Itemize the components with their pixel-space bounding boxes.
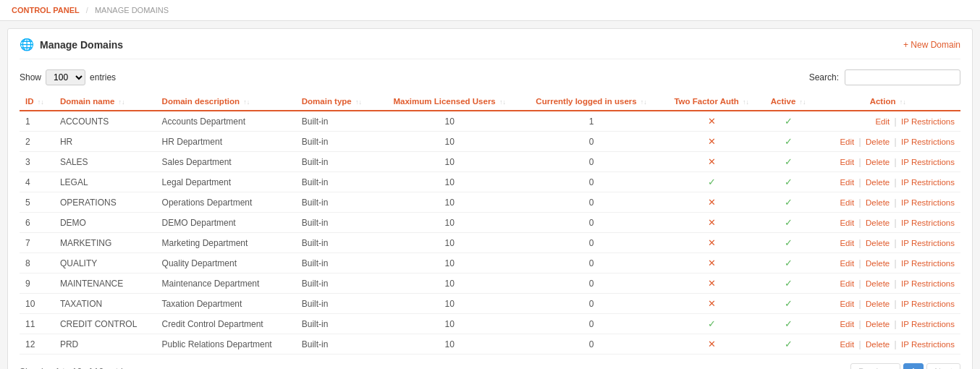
active-check-icon: ✓ <box>785 298 793 309</box>
delete-link[interactable]: Delete <box>866 219 890 227</box>
delete-link[interactable]: Delete <box>866 178 890 187</box>
ip-restrictions-link[interactable]: IP Restrictions <box>901 340 955 349</box>
delete-link[interactable]: Delete <box>866 320 890 328</box>
prev-page-button[interactable]: Previous <box>850 363 900 369</box>
delete-link[interactable]: Delete <box>866 158 890 166</box>
ip-restrictions-link[interactable]: IP Restrictions <box>901 239 955 247</box>
cell-active: ✓ <box>761 294 815 314</box>
cell-id: 2 <box>20 132 54 152</box>
delete-link[interactable]: Delete <box>866 239 890 247</box>
ip-restrictions-link[interactable]: IP Restrictions <box>901 259 955 268</box>
table-body: 1 ACCOUNTS Accounts Department Built-in … <box>20 111 960 355</box>
cell-domain-type: Built-in <box>296 192 379 213</box>
two-factor-check-icon: ✓ <box>708 318 716 329</box>
cell-actions: Edit | Delete | IP Restrictions <box>815 132 960 152</box>
edit-link[interactable]: Edit <box>840 239 854 247</box>
table-controls: Show 100 10 25 50 entries Search: <box>20 69 960 85</box>
new-domain-button[interactable]: + New Domain <box>903 40 960 50</box>
edit-link[interactable]: Edit <box>840 137 854 146</box>
cell-domain-name: PRD <box>54 334 156 355</box>
cell-logged-in: 0 <box>521 233 662 253</box>
cell-domain-desc: Credit Control Department <box>156 314 296 334</box>
cell-max-users: 10 <box>379 273 521 294</box>
delete-link[interactable]: Delete <box>866 198 890 207</box>
edit-link[interactable]: Edit <box>840 219 854 227</box>
cell-id: 10 <box>20 294 54 314</box>
cell-domain-type: Built-in <box>296 132 379 152</box>
delete-link[interactable]: Delete <box>866 300 890 308</box>
col-domain-desc[interactable]: Domain description ↑↓ <box>156 93 296 111</box>
search-input[interactable] <box>845 69 960 85</box>
sort-icon-2fa: ↑↓ <box>743 98 749 106</box>
ip-restrictions-link[interactable]: IP Restrictions <box>901 320 955 328</box>
action-sep-1: | <box>856 238 863 248</box>
ip-restrictions-link[interactable]: IP Restrictions <box>901 178 955 187</box>
cell-max-users: 10 <box>379 132 521 152</box>
breadcrumb: CONTROL PANEL / MANAGE DOMAINS <box>0 0 980 21</box>
active-check-icon: ✓ <box>785 217 793 228</box>
two-factor-cross-icon: ✕ <box>708 136 716 147</box>
action-sep-2: | <box>892 157 899 167</box>
search-label: Search: <box>809 72 839 82</box>
action-sep-1: | <box>856 339 863 349</box>
delete-link[interactable]: Delete <box>866 137 890 146</box>
edit-link[interactable]: Edit <box>840 300 854 308</box>
edit-link[interactable]: Edit <box>840 320 854 328</box>
cell-domain-type: Built-in <box>296 213 379 233</box>
active-check-icon: ✓ <box>785 156 793 167</box>
cell-domain-type: Built-in <box>296 111 379 132</box>
edit-link[interactable]: Edit <box>840 178 854 187</box>
col-active[interactable]: Active ↑↓ <box>761 93 815 111</box>
cell-two-factor: ✕ <box>662 152 761 172</box>
ip-restrictions-link[interactable]: IP Restrictions <box>901 300 955 308</box>
col-domain-type[interactable]: Domain type ↑↓ <box>296 93 379 111</box>
cell-domain-name: OPERATIONS <box>54 192 156 213</box>
entries-select[interactable]: 100 10 25 50 <box>46 69 85 85</box>
ip-restrictions-link[interactable]: IP Restrictions <box>901 137 955 146</box>
col-domain-name[interactable]: Domain name ↑↓ <box>54 93 156 111</box>
action-sep-2: | <box>892 137 899 147</box>
cell-id: 9 <box>20 273 54 294</box>
two-factor-cross-icon: ✕ <box>708 197 716 208</box>
edit-link[interactable]: Edit <box>840 198 854 207</box>
active-check-icon: ✓ <box>785 278 793 289</box>
col-action: Action ↑↓ <box>815 93 960 111</box>
next-page-button[interactable]: Next <box>926 363 960 369</box>
cell-domain-type: Built-in <box>296 152 379 172</box>
col-id[interactable]: ID ↑↓ <box>20 93 54 111</box>
edit-link[interactable]: Edit <box>875 117 890 126</box>
action-sep-1: | <box>856 279 863 289</box>
col-logged-in[interactable]: Currently logged in users ↑↓ <box>521 93 662 111</box>
cell-active: ✓ <box>761 253 815 273</box>
cell-active: ✓ <box>761 334 815 355</box>
col-two-factor[interactable]: Two Factor Auth ↑↓ <box>662 93 761 111</box>
cell-max-users: 10 <box>379 111 521 132</box>
delete-link[interactable]: Delete <box>866 340 890 349</box>
ip-restrictions-link[interactable]: IP Restrictions <box>901 219 955 227</box>
edit-link[interactable]: Edit <box>840 279 854 288</box>
page-1-button[interactable]: 1 <box>903 363 924 369</box>
edit-link[interactable]: Edit <box>840 340 854 349</box>
table-row: 3 SALES Sales Department Built-in 10 0 ✕… <box>20 152 960 172</box>
table-row: 12 PRD Public Relations Department Built… <box>20 334 960 355</box>
col-max-users[interactable]: Maximum Licensed Users ↑↓ <box>379 93 521 111</box>
cell-max-users: 10 <box>379 334 521 355</box>
delete-link[interactable]: Delete <box>866 279 890 288</box>
cell-domain-type: Built-in <box>296 172 379 192</box>
delete-link[interactable]: Delete <box>866 259 890 268</box>
table-row: 7 MARKETING Marketing Department Built-i… <box>20 233 960 253</box>
ip-restrictions-link[interactable]: IP Restrictions <box>901 279 955 288</box>
ip-restrictions-link[interactable]: IP Restrictions <box>901 158 955 166</box>
ip-restrictions-link[interactable]: IP Restrictions <box>901 198 955 207</box>
show-label: Show <box>20 72 41 82</box>
sort-icon-action: ↑↓ <box>900 98 906 106</box>
cell-active: ✓ <box>761 213 815 233</box>
ip-restrictions-link[interactable]: IP Restrictions <box>901 117 955 126</box>
edit-link[interactable]: Edit <box>840 158 854 166</box>
edit-link[interactable]: Edit <box>840 259 854 268</box>
cell-two-factor: ✕ <box>662 294 761 314</box>
active-check-icon: ✓ <box>785 258 793 268</box>
breadcrumb-control-panel[interactable]: CONTROL PANEL <box>12 6 80 14</box>
two-factor-cross-icon: ✕ <box>708 237 716 248</box>
table-header: ID ↑↓ Domain name ↑↓ Domain description … <box>20 93 960 111</box>
